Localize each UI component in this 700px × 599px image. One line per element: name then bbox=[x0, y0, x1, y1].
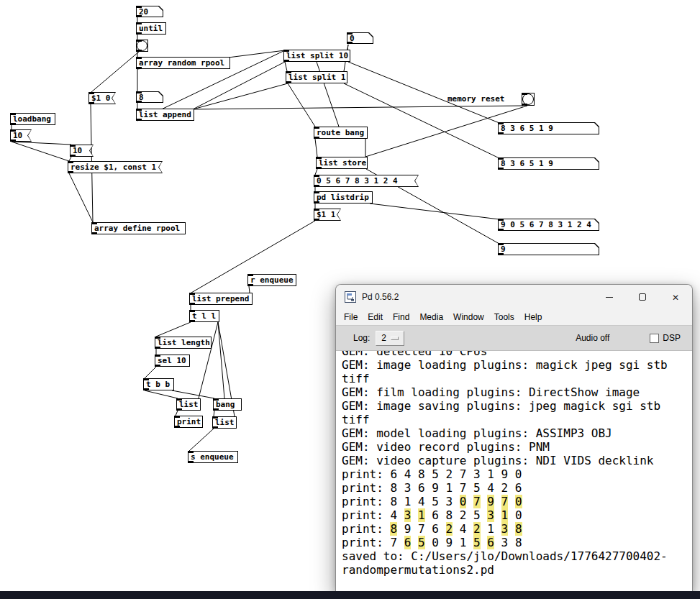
inlet-nub bbox=[248, 275, 253, 276]
menu-help[interactable]: Help bbox=[519, 311, 547, 324]
object-sel-10-text: sel 10 bbox=[155, 355, 189, 366]
object-route-bang[interactable]: route bang bbox=[314, 127, 368, 139]
object-list-prepend-text: list prepend bbox=[190, 293, 252, 304]
object-list-prepend[interactable]: list prepend bbox=[189, 293, 253, 305]
object-array-random-rpool[interactable]: array random rpool bbox=[136, 57, 230, 69]
bang-memory-reset[interactable] bbox=[522, 93, 535, 106]
number-0[interactable]: 0 bbox=[347, 32, 373, 44]
patch-cord bbox=[193, 106, 523, 109]
outlet-nub bbox=[177, 408, 182, 410]
outlet-nub bbox=[155, 365, 160, 366]
menu-tools[interactable]: Tools bbox=[489, 311, 519, 324]
object-r-enqueue[interactable]: r enqueue bbox=[247, 274, 296, 286]
console-text: GEM: video record plugins: PNM bbox=[342, 440, 550, 454]
console-text bbox=[411, 536, 418, 549]
menu-window[interactable]: Window bbox=[448, 311, 489, 324]
number-list-1[interactable]: 8 3 6 5 1 9 bbox=[498, 122, 599, 134]
message-dollar1-0[interactable]: $1 0 bbox=[88, 92, 116, 104]
number-list-2[interactable]: 8 3 6 5 1 9 bbox=[498, 157, 599, 170]
inlet-nub bbox=[286, 72, 291, 73]
outlet-nub bbox=[347, 42, 353, 43]
object-list-split-10[interactable]: list split 10 bbox=[283, 50, 350, 62]
minimize-button[interactable] bbox=[593, 285, 626, 309]
window-titlebar[interactable]: Pd 0.56.2 bbox=[336, 285, 692, 309]
object-list-split-1[interactable]: list split 1 bbox=[286, 71, 347, 83]
pd-app-icon bbox=[345, 291, 356, 303]
object-bang-box[interactable]: bang bbox=[213, 398, 242, 411]
search-highlight: 8 bbox=[515, 522, 522, 536]
message-dollar1-1[interactable]: $1 1 bbox=[314, 209, 341, 221]
dsp-checkbox[interactable] bbox=[650, 334, 659, 343]
object-sel-10[interactable]: sel 10 bbox=[155, 355, 190, 367]
object-until[interactable]: until bbox=[136, 22, 166, 35]
log-level-dropdown[interactable]: 2 bbox=[376, 331, 404, 346]
outlet-nub bbox=[286, 81, 291, 83]
object-list-b[interactable]: list bbox=[212, 416, 237, 429]
patch-cord bbox=[285, 62, 287, 71]
outlet-nub bbox=[155, 347, 160, 348]
object-pd-listdrip[interactable]: pd listdrip bbox=[314, 191, 373, 204]
object-t-b-b[interactable]: t b b bbox=[143, 378, 174, 390]
console-text bbox=[411, 508, 418, 522]
object-list-store[interactable]: list store bbox=[316, 157, 368, 169]
bang-top[interactable] bbox=[136, 40, 148, 52]
number-20[interactable]: 20 bbox=[136, 6, 163, 17]
console-line: GEM: image loading plugins: magick jpeg … bbox=[342, 358, 686, 372]
menu-media[interactable]: Media bbox=[414, 311, 448, 324]
patch-cord bbox=[199, 322, 218, 398]
object-print[interactable]: print bbox=[174, 416, 203, 428]
search-highlight: 0 bbox=[460, 495, 467, 508]
console-log[interactable]: GEM: detected 10 CPUsGEM: image loading … bbox=[336, 351, 692, 591]
object-list-a[interactable]: list bbox=[176, 398, 201, 411]
menu-find[interactable]: Find bbox=[388, 311, 414, 324]
patch-cord bbox=[218, 322, 224, 398]
console-line: print: 8 1 4 5 3 0 7 9 7 0 bbox=[342, 495, 686, 508]
patch-cord bbox=[189, 429, 214, 451]
search-highlight: 6 bbox=[487, 536, 494, 549]
maximize-icon bbox=[639, 293, 646, 301]
object-list-length[interactable]: list length bbox=[155, 337, 212, 349]
console-text bbox=[481, 536, 488, 549]
number-list-3[interactable]: 9 0 5 6 7 8 3 1 2 4 bbox=[498, 219, 599, 231]
search-highlight: 2 bbox=[473, 522, 481, 536]
object-loadbang[interactable]: loadbang bbox=[10, 113, 55, 125]
console-line: print: 8 9 7 6 2 4 2 1 3 8 bbox=[342, 522, 686, 536]
outlet-nub bbox=[137, 32, 142, 34]
dropdown-indicator-icon bbox=[391, 337, 399, 340]
object-list-append[interactable]: list append bbox=[136, 109, 194, 121]
message-stored-list[interactable]: 0 5 6 7 8 3 1 2 4 bbox=[314, 175, 419, 187]
number-list-2-text: 8 3 6 5 1 9 bbox=[499, 158, 599, 169]
outlet-nub bbox=[11, 123, 16, 124]
outlet-nub bbox=[190, 303, 195, 304]
object-s-enqueue[interactable]: s enqueue bbox=[188, 451, 238, 463]
message-resize-const[interactable]: resize $1, const 1 bbox=[68, 161, 163, 173]
outlet-nub bbox=[89, 102, 94, 104]
inlet-nub bbox=[499, 244, 504, 245]
console-line: GEM: image saving plugins: jpeg magick s… bbox=[342, 399, 686, 413]
windows-taskbar[interactable] bbox=[0, 591, 700, 599]
outlet-nub bbox=[314, 185, 319, 186]
inlet-nub bbox=[89, 93, 94, 94]
console-text: 3 8 bbox=[494, 536, 522, 549]
inlet-nub bbox=[314, 127, 319, 129]
outlet-nub bbox=[137, 50, 142, 51]
inlet-nub bbox=[11, 130, 16, 132]
inlet-nub bbox=[155, 355, 160, 357]
close-icon bbox=[672, 291, 679, 303]
outlet-nub bbox=[92, 232, 97, 234]
inlet-nub bbox=[347, 33, 353, 35]
number-8[interactable]: 8 bbox=[136, 91, 163, 103]
menu-edit[interactable]: Edit bbox=[363, 311, 388, 324]
object-array-define-rpool[interactable]: array define rpool bbox=[91, 222, 186, 234]
object-t-l-l[interactable]: t l l bbox=[189, 310, 219, 322]
patch-cord bbox=[69, 157, 71, 161]
maximize-button[interactable] bbox=[626, 285, 659, 309]
patch-cord bbox=[249, 286, 250, 293]
close-button[interactable] bbox=[659, 285, 692, 309]
console-text: randompermutations2.pd bbox=[342, 563, 494, 577]
console-toolbar: Log: 2 Audio off DSP bbox=[336, 325, 692, 351]
menu-file[interactable]: File bbox=[339, 311, 363, 324]
console-text: 1 bbox=[481, 522, 501, 536]
number-list-4[interactable]: 9 bbox=[498, 243, 599, 255]
inlet-nub bbox=[137, 109, 142, 111]
